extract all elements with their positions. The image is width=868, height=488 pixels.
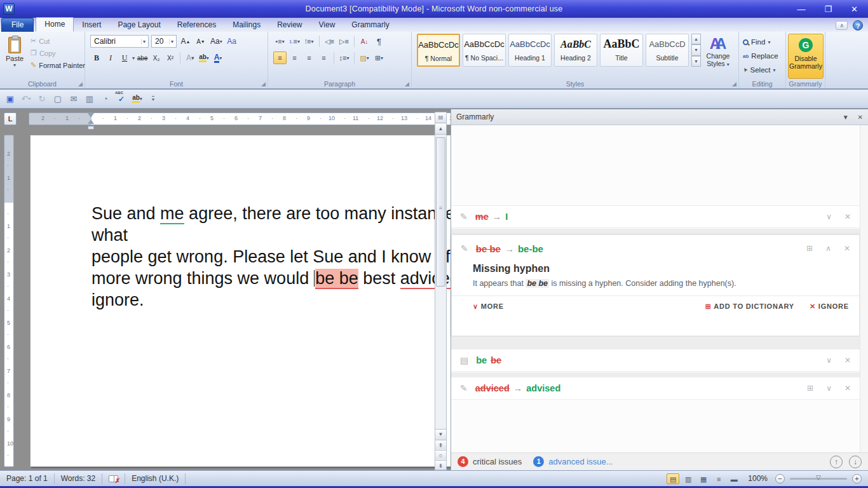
- styles-scroll-up-icon[interactable]: ▲: [691, 34, 701, 44]
- next-issue-icon[interactable]: ↓: [849, 456, 862, 468]
- translate-highlight-icon[interactable]: ab▾: [132, 93, 142, 105]
- toggle-ruler-icon[interactable]: ▤: [435, 112, 446, 123]
- grammar-highlight-me[interactable]: me: [160, 204, 184, 224]
- ignore-button[interactable]: ✕ IGNORE: [810, 302, 849, 311]
- align-center-button[interactable]: ≡: [288, 51, 301, 64]
- tab-review[interactable]: Review: [269, 18, 310, 32]
- show-paragraph-marks-button[interactable]: ¶: [372, 35, 386, 48]
- zoom-slider[interactable]: ▽: [790, 478, 847, 480]
- copy-button[interactable]: ❐Copy: [29, 47, 86, 59]
- font-size-dropdown-icon[interactable]: ▾: [169, 39, 175, 44]
- multilevel-list-button[interactable]: ⁝≡▾: [302, 35, 316, 48]
- proofing-status[interactable]: ✗: [102, 473, 125, 484]
- bold-button[interactable]: B: [90, 51, 103, 64]
- style-no-spacing[interactable]: AaBbCcDc ¶ No Spaci...: [463, 34, 506, 67]
- dismiss-card-icon[interactable]: ✕: [844, 384, 851, 393]
- font-family-dropdown-icon[interactable]: ▾: [141, 39, 147, 44]
- quick-print-icon[interactable]: ▥: [85, 93, 95, 105]
- select-browse-object-icon[interactable]: ○: [435, 450, 446, 459]
- sort-button[interactable]: A↓: [358, 35, 371, 48]
- advanced-issues-link[interactable]: advanced issue...: [548, 457, 613, 466]
- zoom-out-icon[interactable]: −: [775, 474, 785, 484]
- borders-button[interactable]: ⊞▾: [372, 51, 386, 64]
- style-heading2[interactable]: AaBbC Heading 2: [554, 34, 597, 67]
- add-to-dictionary-button[interactable]: ⊞ ADD TO DICTIONARY: [705, 302, 794, 311]
- outline-view-icon[interactable]: ≡: [712, 473, 725, 484]
- line-spacing-button[interactable]: ↕≡▾: [337, 51, 351, 64]
- styles-scroll-down-icon[interactable]: ▼: [691, 44, 701, 55]
- disable-grammarly-button[interactable]: G Disable Grammarly: [788, 34, 824, 79]
- tab-insert[interactable]: Insert: [74, 18, 109, 32]
- scrollbar-thumb[interactable]: [436, 137, 445, 287]
- numbering-button[interactable]: 1.≡▾: [288, 35, 301, 48]
- style-heading1[interactable]: AaBbCcDc Heading 1: [508, 34, 552, 67]
- dismiss-card-icon[interactable]: ✕: [844, 356, 851, 365]
- expand-card-icon[interactable]: ∨: [826, 356, 832, 365]
- shrink-font-button[interactable]: A▼: [194, 35, 207, 48]
- zoom-in-icon[interactable]: +: [852, 474, 862, 484]
- shading-button[interactable]: ▨▾: [358, 51, 371, 64]
- pane-menu-icon[interactable]: ▼: [843, 114, 849, 121]
- next-page-icon[interactable]: ⇟: [435, 460, 446, 470]
- expand-card-icon[interactable]: ∨: [826, 384, 832, 393]
- dismiss-card-icon[interactable]: ✕: [844, 212, 851, 221]
- align-right-button[interactable]: ≡: [302, 51, 316, 64]
- scroll-up-icon[interactable]: ▲: [435, 124, 446, 135]
- tab-view[interactable]: View: [311, 18, 344, 32]
- styles-dialog-launcher-icon[interactable]: ◢: [732, 81, 736, 87]
- tab-mailings[interactable]: Mailings: [224, 18, 269, 32]
- print-layout-view-icon[interactable]: ▤: [667, 473, 679, 484]
- select-button[interactable]: ➤Select▾: [743, 64, 778, 76]
- zoom-level[interactable]: 100%: [743, 474, 773, 483]
- grow-font-button[interactable]: A▲: [179, 35, 192, 48]
- replace-button[interactable]: abReplace: [743, 50, 778, 62]
- style-title[interactable]: AaBbC Title: [600, 34, 643, 67]
- clipboard-dialog-launcher-icon[interactable]: ◢: [78, 81, 83, 87]
- add-to-dictionary-icon[interactable]: ⊞: [807, 384, 813, 393]
- more-button[interactable]: ∨ MORE: [473, 302, 504, 311]
- help-icon[interactable]: ?: [853, 20, 863, 30]
- draft-view-icon[interactable]: ▬: [728, 473, 740, 484]
- spelling-grammar-icon[interactable]: ABC✓: [116, 93, 126, 105]
- document-scrollbar[interactable]: ▤ ▲ ▼ ⇞ ○ ⇟: [435, 112, 447, 470]
- underline-dropdown-icon[interactable]: ▾: [132, 55, 135, 61]
- web-layout-view-icon[interactable]: ▦: [697, 473, 710, 484]
- increase-indent-button[interactable]: ▷≡: [337, 35, 351, 48]
- superscript-button[interactable]: X²: [164, 51, 177, 64]
- expand-card-icon[interactable]: ∨: [826, 212, 832, 221]
- tab-references[interactable]: References: [169, 18, 224, 32]
- previous-page-icon[interactable]: ⇞: [435, 440, 446, 449]
- close-button[interactable]: ✕: [851, 4, 858, 14]
- subscript-button[interactable]: X₂: [150, 51, 163, 64]
- change-styles-button[interactable]: AA Change Styles ▾: [702, 36, 735, 69]
- first-line-indent-marker[interactable]: [88, 113, 94, 118]
- undo-icon[interactable]: ↶▾: [21, 93, 31, 105]
- font-family-select[interactable]: Calibri▾: [90, 35, 149, 48]
- print-preview-icon[interactable]: ◔: [100, 93, 111, 105]
- redo-icon[interactable]: ↻: [37, 93, 47, 105]
- underline-button[interactable]: U: [118, 51, 131, 64]
- suggestion-card-repeated-be[interactable]: ▤ be be ∨ ✕: [451, 349, 860, 372]
- decrease-indent-button[interactable]: ◁≡: [323, 35, 336, 48]
- format-painter-button[interactable]: ✎Format Painter: [29, 59, 86, 71]
- page-indicator[interactable]: Page: 1 of 1: [0, 473, 55, 484]
- tab-stop-selector[interactable]: L: [4, 112, 17, 125]
- font-dialog-launcher-icon[interactable]: ◢: [261, 81, 266, 87]
- align-left-button[interactable]: ≡: [273, 51, 287, 64]
- collapse-card-icon[interactable]: ∧: [825, 244, 831, 253]
- tab-file[interactable]: File: [1, 18, 34, 32]
- styles-more-icon[interactable]: ▼: [691, 56, 701, 67]
- clear-formatting-button[interactable]: Aa: [226, 35, 238, 48]
- new-document-icon[interactable]: ▢: [53, 93, 63, 105]
- suggestion-card-me[interactable]: ✎ me → I ∨ ✕: [451, 205, 860, 228]
- highlight-color-button[interactable]: ab▾: [198, 51, 210, 64]
- strikethrough-button[interactable]: abe: [136, 51, 149, 64]
- card-to[interactable]: be-be: [518, 243, 543, 254]
- zoom-slider-thumb[interactable]: ▽: [816, 474, 821, 481]
- paragraph-dialog-launcher-icon[interactable]: ◢: [405, 81, 409, 87]
- pane-close-icon[interactable]: ✕: [858, 114, 863, 121]
- save-icon[interactable]: ▣: [5, 93, 15, 105]
- language-indicator[interactable]: English (U.K.): [125, 473, 186, 484]
- font-color-button[interactable]: A▾: [212, 51, 224, 64]
- email-icon[interactable]: ✉: [69, 93, 79, 105]
